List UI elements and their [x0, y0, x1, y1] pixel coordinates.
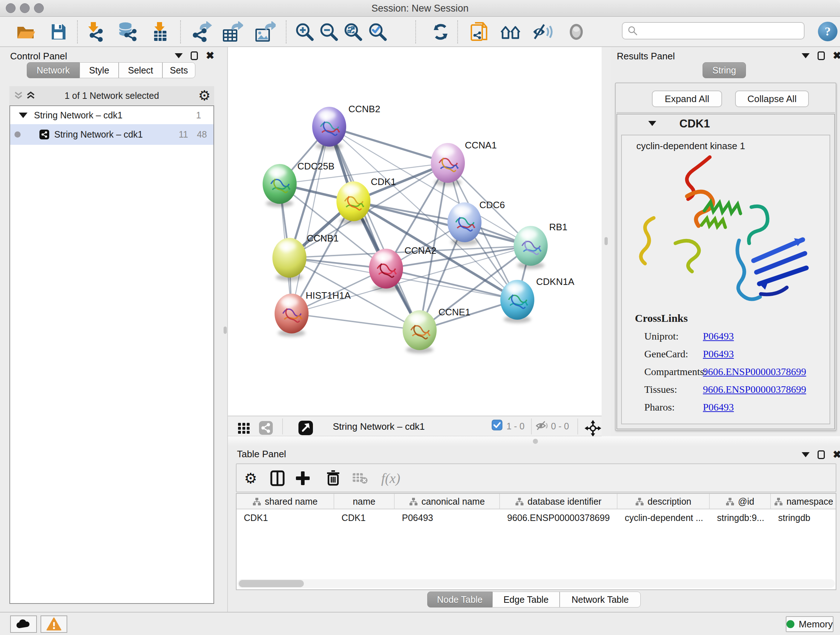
crosslink-value-link[interactable]: P06493	[703, 331, 734, 342]
collapse-all-button[interactable]: Collapse All	[735, 90, 809, 107]
open-session-icon[interactable]	[16, 21, 36, 42]
tab-network[interactable]: Network	[27, 62, 80, 78]
crosslink-value-link[interactable]: 9606.ENSP00000378699	[703, 366, 806, 378]
tab-style[interactable]: Style	[80, 62, 118, 78]
save-session-icon[interactable]	[48, 21, 69, 42]
show-hide-panels-icon[interactable]	[500, 21, 521, 42]
help-button[interactable]: ?	[818, 22, 837, 41]
import-network-from-database-icon[interactable]	[118, 21, 139, 42]
inactive-eye-icon[interactable]	[566, 21, 587, 42]
delete-column-trash-icon[interactable]	[324, 469, 343, 488]
panel-float-icon[interactable]	[191, 51, 198, 60]
export-table-icon[interactable]	[223, 21, 243, 42]
fit-selected-crosshair-icon[interactable]	[583, 418, 603, 439]
add-column-icon[interactable]	[293, 469, 313, 488]
network-edge[interactable]	[386, 269, 517, 300]
show-graphics-details-icon[interactable]	[532, 21, 553, 42]
network-node-CDC25B[interactable]	[263, 164, 297, 207]
crosslink-value-link[interactable]: P06493	[703, 348, 734, 360]
expand-all-button[interactable]: Expand All	[652, 90, 722, 107]
left-splitter-handle[interactable]	[224, 326, 227, 334]
column-header-database-identifier[interactable]: database identifier	[500, 494, 617, 509]
crosslink-value-link[interactable]: P06493	[703, 402, 734, 413]
panel-close-icon[interactable]: ✖	[833, 450, 840, 459]
birds-eye-view-icon[interactable]	[295, 417, 316, 439]
network-collection-row[interactable]: String Network – cdk1 1	[10, 106, 213, 124]
horizontal-divider-handle[interactable]	[533, 439, 538, 444]
column-header-name[interactable]: name	[334, 494, 395, 509]
table-settings-gear-icon[interactable]: ⚙	[241, 469, 261, 488]
table-cell[interactable]: 9606.ENSP00000378699	[500, 510, 617, 526]
selected-checkbox-icon[interactable]	[492, 420, 502, 431]
network-node-RB1[interactable]	[514, 226, 548, 269]
left-splitter[interactable]	[223, 47, 228, 612]
table-cell[interactable]: stringdb	[771, 510, 836, 526]
panel-menu-icon[interactable]	[802, 53, 810, 58]
network-list-view-icon[interactable]	[256, 417, 276, 439]
table-cell[interactable]: CDK1	[237, 510, 334, 526]
table-row[interactable]: CDK1CDK1P064939606.ENSP00000378699cyclin…	[237, 510, 836, 526]
network-row-selected[interactable]: String Network – cdk1 11 48	[10, 124, 213, 145]
zoom-fit-icon[interactable]	[343, 21, 363, 42]
column-header-shared-name[interactable]: shared name	[237, 494, 334, 509]
zoom-in-icon[interactable]	[294, 21, 315, 42]
window-close-button[interactable]	[6, 3, 16, 13]
network-node-CCNA1[interactable]	[431, 143, 465, 186]
panel-close-icon[interactable]: ✖	[833, 51, 840, 60]
network-node-CDKN1A[interactable]	[500, 280, 534, 323]
network-node-CCNB1[interactable]	[272, 238, 306, 281]
tab-sets[interactable]: Sets	[163, 62, 195, 78]
section-collapse-icon[interactable]	[648, 121, 656, 126]
panel-float-icon[interactable]	[818, 450, 825, 459]
zoom-selected-icon[interactable]	[367, 21, 388, 42]
tab-select[interactable]: Select	[118, 62, 163, 78]
table-hscrollbar[interactable]	[237, 579, 835, 588]
column-header--id[interactable]: @id	[710, 494, 771, 509]
cloud-button[interactable]	[10, 616, 37, 633]
table-cell[interactable]: CDK1	[334, 510, 395, 526]
network-edge[interactable]	[292, 127, 329, 314]
clone-network-icon[interactable]	[470, 21, 491, 42]
column-header-namespace[interactable]: namespace	[771, 494, 836, 509]
tab-network-table[interactable]: Network Table	[560, 592, 641, 608]
tab-node-table[interactable]: Node Table	[427, 592, 493, 608]
memory-button[interactable]: Memory	[786, 616, 834, 632]
results-tab-string[interactable]: String	[703, 62, 746, 78]
cdk1-section-header[interactable]: CDK1	[617, 114, 834, 133]
warning-button[interactable]	[41, 616, 67, 633]
panel-close-icon[interactable]: ✖	[206, 51, 214, 60]
column-header-canonical-name[interactable]: canonical name	[395, 494, 500, 509]
panel-menu-icon[interactable]	[802, 452, 810, 457]
search-input[interactable]	[641, 24, 804, 38]
right-splitter-handle[interactable]	[605, 237, 608, 245]
import-table-from-file-icon[interactable]	[149, 21, 170, 42]
hidden-elements-icon[interactable]	[535, 419, 550, 432]
network-options-gear-icon[interactable]: ⚙	[198, 88, 210, 103]
horizontal-divider[interactable]	[228, 436, 840, 446]
crosslink-value-link[interactable]: 9606.ENSP00000378699	[703, 384, 806, 395]
network-node-CCNE1[interactable]	[403, 310, 437, 353]
function-builder-icon[interactable]: f(x)	[377, 469, 404, 488]
network-edge[interactable]	[292, 314, 420, 330]
table-cell[interactable]: cyclin-dependent ...	[617, 510, 710, 526]
window-zoom-button[interactable]	[34, 3, 44, 13]
tab-edge-table[interactable]: Edge Table	[493, 592, 560, 608]
export-image-icon[interactable]	[255, 21, 276, 42]
import-network-from-file-icon[interactable]	[85, 21, 106, 42]
network-canvas[interactable]: CCNB2CCNA1CDC25BCDK1CDC6RB1CCNB1CCNA2CDK…	[228, 47, 602, 416]
window-minimize-button[interactable]	[20, 3, 30, 13]
tree-expander-icon[interactable]	[19, 112, 27, 118]
column-header-description[interactable]: description	[617, 494, 710, 509]
grid-view-icon[interactable]	[234, 417, 255, 439]
table-hscrollbar-thumb[interactable]	[239, 580, 304, 587]
panel-menu-icon[interactable]	[175, 53, 183, 58]
network-node-CCNB2[interactable]	[312, 107, 346, 150]
panel-float-icon[interactable]	[818, 51, 825, 60]
network-node-HIST1H1A[interactable]	[275, 294, 309, 337]
table-cell[interactable]: stringdb:9...	[710, 510, 771, 526]
network-edge[interactable]	[329, 127, 448, 163]
zoom-out-icon[interactable]	[318, 21, 339, 42]
show-columns-icon[interactable]	[268, 469, 287, 488]
refresh-view-icon[interactable]	[430, 21, 451, 42]
delete-table-icon[interactable]	[350, 469, 370, 488]
